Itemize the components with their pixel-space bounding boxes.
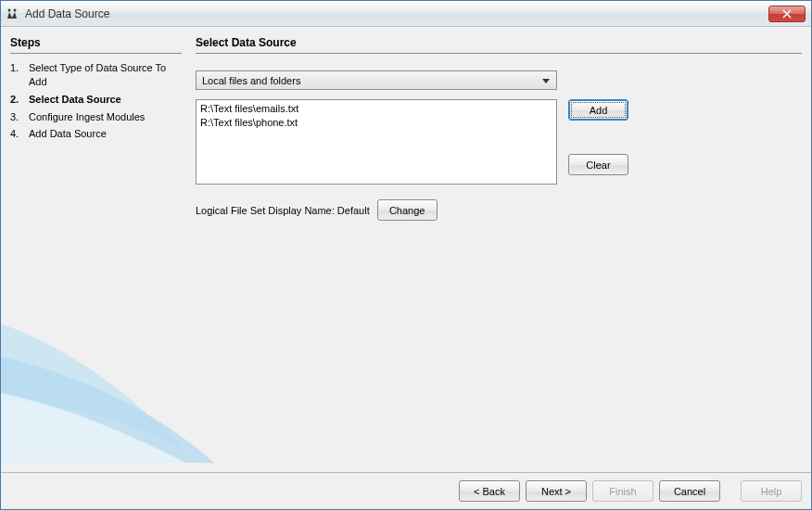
panel-header: Select Data Source	[196, 36, 802, 54]
step-item: 2. Select Data Source	[10, 93, 182, 107]
steps-header: Steps	[10, 36, 182, 54]
svg-point-0	[8, 8, 11, 11]
close-button[interactable]	[768, 6, 806, 22]
cancel-button[interactable]: Cancel	[659, 480, 720, 502]
finish-button: Finish	[592, 480, 653, 502]
step-label: Select Data Source	[29, 93, 182, 107]
step-number: 4.	[10, 127, 29, 141]
step-item: 1. Select Type of Data Source To Add	[10, 61, 182, 89]
step-label: Configure Ingest Modules	[29, 110, 182, 124]
step-item: 4. Add Data Source	[10, 127, 182, 141]
steps-sidebar: Steps 1. Select Type of Data Source To A…	[10, 36, 182, 472]
step-label: Select Type of Data Source To Add	[29, 61, 182, 89]
display-name-row: Logical File Set Display Name: Default C…	[196, 199, 802, 221]
help-button: Help	[741, 480, 802, 502]
step-number: 2.	[10, 93, 29, 107]
list-item[interactable]: R:\Text files\emails.txt	[200, 102, 552, 116]
next-button[interactable]: Next >	[526, 480, 587, 502]
steps-list: 1. Select Type of Data Source To Add 2. …	[10, 61, 182, 145]
list-item[interactable]: R:\Text files\phone.txt	[200, 116, 552, 130]
svg-point-1	[14, 8, 17, 11]
wizard-footer: < Back Next > Finish Cancel Help	[1, 472, 811, 509]
app-icon	[5, 6, 19, 21]
step-number: 1.	[10, 61, 29, 89]
title-bar[interactable]: Add Data Source	[1, 1, 811, 27]
back-button[interactable]: < Back	[459, 480, 520, 502]
main-panel: Select Data Source Local files and folde…	[196, 36, 802, 472]
source-type-dropdown[interactable]: Local files and folders	[196, 70, 557, 90]
window-title: Add Data Source	[25, 7, 768, 20]
file-list-buttons: Add Clear	[568, 99, 628, 175]
clear-button[interactable]: Clear	[568, 154, 628, 175]
add-button[interactable]: Add	[568, 99, 628, 121]
step-item: 3. Configure Ingest Modules	[10, 110, 182, 124]
content-area: Steps 1. Select Type of Data Source To A…	[1, 27, 811, 509]
file-list[interactable]: R:\Text files\emails.txt R:\Text files\p…	[196, 99, 557, 185]
change-button[interactable]: Change	[377, 199, 438, 221]
wizard-window: Add Data Source Steps 1. Select Type of …	[0, 0, 812, 510]
display-name-label: Logical File Set Display Name: Default	[196, 205, 370, 216]
step-number: 3.	[10, 110, 29, 124]
step-label: Add Data Source	[29, 127, 182, 141]
source-type-value: Local files and folders	[202, 75, 300, 86]
